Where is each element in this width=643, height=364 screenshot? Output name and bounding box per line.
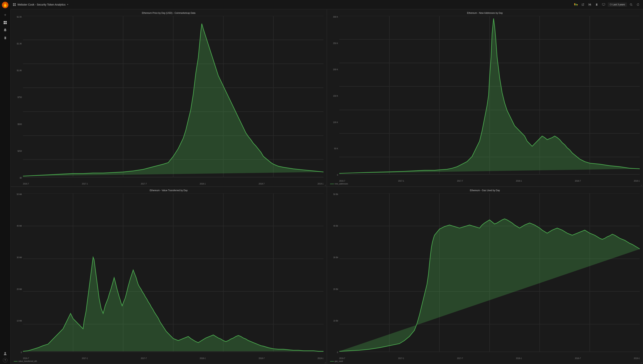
chart-new-addresses: Ethereum - New Addresses by Day 300 K 25… (327, 9, 643, 186)
chart-eth-price-svg (23, 16, 324, 182)
chart-value-transferred-legend: value_transferred_eth (14, 360, 324, 362)
svg-line-24 (632, 5, 632, 6)
chart-new-addresses-title: Ethereum - New Addresses by Day (330, 12, 640, 14)
svg-rect-4 (5, 23, 7, 24)
chart-gas-used: Ethereum - Gas Used by Day 50 Bil 40 Bil… (327, 186, 643, 364)
sidebar-alerts[interactable] (2, 27, 8, 34)
chart-new-addresses-area: 300 K 250 K 200 K 150 K 100 K 50 K 0 (330, 16, 640, 180)
sidebar-help[interactable]: ? (3, 358, 8, 362)
chart-eth-price: Ethereum Price by Day (USD) - Coinmarket… (10, 9, 327, 186)
svg-rect-19 (602, 4, 605, 5)
page-title: Webster Cook - Security Token Analytics (18, 3, 66, 6)
svg-rect-17 (589, 5, 590, 6)
chart-gas-used-xaxis: 2016-7 2017-1 2017-7 2018-1 2018-7 2019-… (330, 357, 640, 360)
svg-rect-8 (13, 5, 14, 6)
svg-rect-7 (14, 3, 16, 4)
search-button[interactable] (628, 2, 634, 7)
legend-label-gas-used: gas_used (335, 360, 343, 362)
refresh-button[interactable] (635, 2, 641, 7)
chart-new-addresses-yaxis: 300 K 250 K 200 K 150 K 100 K 50 K 0 (330, 16, 339, 180)
svg-rect-16 (589, 4, 590, 4)
chart-value-transferred-xaxis: 2016-7 2017-1 2017-7 2018-1 2018-7 2019-… (14, 357, 324, 360)
chart-new-addresses-legend: new_addresses (330, 183, 640, 185)
chart-new-addresses-svg-container (339, 16, 640, 180)
chart-new-addresses-xaxis: 2016-7 2017-1 2017-7 2018-1 2018-7 2019-… (330, 180, 640, 182)
legend-line-new-addresses (330, 184, 334, 184)
topbar-title-area: Webster Cook - Security Token Analytics … (13, 3, 572, 6)
svg-rect-3 (4, 23, 5, 24)
legend-label-new-addresses: new_addresses (335, 183, 348, 185)
svg-point-5 (4, 352, 6, 354)
settings-button[interactable] (594, 2, 599, 7)
chart-value-transferred-yaxis: 50 Mil 40 Mil 30 Mil 20 Mil 10 Mil 0 (14, 193, 23, 357)
title-dropdown-icon[interactable]: ▾ (67, 3, 68, 6)
chart-value-transferred-title: Ethereum - Value Transferred by Day (14, 189, 324, 192)
monitor-button[interactable] (601, 2, 606, 7)
legend-line-gas-used (330, 361, 334, 362)
svg-rect-2 (5, 21, 7, 22)
chart-gas-used-title: Ethereum - Gas Used by Day (330, 189, 640, 192)
legend-line-value-transferred (14, 361, 18, 362)
svg-rect-10 (574, 3, 575, 5)
svg-point-23 (630, 4, 632, 5)
chart-gas-used-yaxis: 50 Bil 40 Bil 30 Bil 20 Bil 10 Bil 0 (330, 193, 339, 357)
chart-value-transferred: Ethereum - Value Transferred by Day 50 M… (10, 186, 327, 364)
main-content: Webster Cook - Security Token Analytics … (10, 0, 643, 364)
save-button[interactable] (587, 2, 592, 7)
sidebar-settings[interactable] (2, 34, 8, 41)
time-filter-label: Last 3 years (612, 3, 625, 6)
sidebar-profile[interactable] (2, 350, 8, 357)
time-filter-button[interactable]: Last 3 years (608, 2, 627, 7)
chart-value-transferred-area: 50 Mil 40 Mil 30 Mil 20 Mil 10 Mil 0 (14, 193, 324, 357)
resize-handle-eth-price[interactable]: ⊿ (324, 184, 326, 186)
chart-settings-button[interactable] (573, 2, 579, 7)
clock-icon (610, 4, 612, 6)
search-icon (630, 3, 632, 6)
dashboard-grid: Ethereum Price by Day (USD) - Coinmarket… (10, 9, 643, 364)
share-button[interactable] (580, 2, 586, 7)
svg-rect-1 (4, 21, 5, 22)
topbar-actions: Last 3 years (573, 2, 641, 7)
svg-rect-12 (577, 4, 578, 5)
topbar: Webster Cook - Security Token Analytics … (10, 0, 643, 9)
chart-value-transferred-svg (23, 193, 324, 357)
chart-value-transferred-svg-container (23, 193, 324, 357)
svg-rect-9 (14, 5, 16, 6)
chart-eth-price-area: $1.5K $1.3K $1.0K $750 $500 $250 $0 (14, 16, 324, 182)
app-logo[interactable] (2, 2, 8, 8)
legend-label-value-transferred: value_transferred_eth (18, 360, 37, 362)
chart-gas-used-svg-container (339, 193, 640, 357)
chart-eth-price-xaxis: 2016-7 2017-1 2017-7 2018-1 2018-7 2019-… (14, 183, 324, 185)
sidebar: + ? (0, 0, 10, 364)
chart-eth-price-title: Ethereum Price by Day (USD) - Coinmarket… (14, 12, 324, 14)
chart-gas-used-area: 50 Bil 40 Bil 30 Bil 20 Bil 10 Bil 0 (330, 193, 640, 357)
sidebar-dashboard[interactable] (2, 19, 8, 26)
chart-new-addresses-svg (339, 16, 640, 180)
resize-handle-gas-used[interactable]: ⊿ (640, 362, 642, 364)
refresh-icon (637, 3, 639, 6)
sidebar-add[interactable]: + (2, 12, 8, 18)
resize-handle-value-transferred[interactable]: ⊿ (324, 362, 326, 364)
chart-eth-price-yaxis: $1.5K $1.3K $1.0K $750 $500 $250 $0 (14, 16, 23, 182)
apps-icon (13, 3, 16, 6)
resize-handle-new-addresses[interactable]: ⊿ (640, 184, 642, 186)
svg-rect-6 (13, 3, 14, 4)
svg-rect-11 (576, 4, 576, 5)
chart-gas-used-svg (339, 193, 640, 357)
chart-eth-price-svg-container (23, 16, 324, 182)
chart-gas-used-legend: gas_used (330, 360, 640, 362)
